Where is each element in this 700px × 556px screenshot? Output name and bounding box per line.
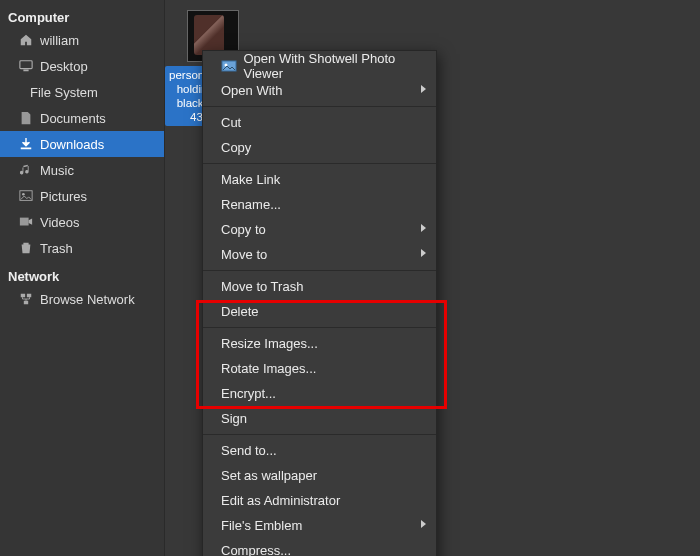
sidebar-item-filesystem[interactable]: File System (0, 79, 164, 105)
sidebar-section-computer: Computer (0, 6, 164, 27)
menu-item-label: Encrypt... (221, 386, 276, 401)
menu-item-label: Rename... (221, 197, 281, 212)
music-icon (18, 162, 34, 178)
menu-separator (203, 163, 436, 164)
svg-point-4 (22, 193, 25, 196)
menu-copy[interactable]: Copy (203, 135, 436, 160)
menu-item-label: Copy (221, 140, 251, 155)
menu-set-wallpaper[interactable]: Set as wallpaper (203, 463, 436, 488)
menu-item-label: Make Link (221, 172, 280, 187)
menu-separator (203, 106, 436, 107)
menu-separator (203, 327, 436, 328)
menu-item-label: Delete (221, 304, 259, 319)
chevron-right-icon (421, 520, 426, 528)
download-icon (18, 136, 34, 152)
sidebar-item-music[interactable]: Music (0, 157, 164, 183)
sidebar-item-label: Pictures (40, 189, 87, 204)
menu-make-link[interactable]: Make Link (203, 167, 436, 192)
menu-delete[interactable]: Delete (203, 299, 436, 324)
svg-rect-2 (21, 148, 32, 150)
sidebar-item-label: Downloads (40, 137, 104, 152)
sidebar-item-label: Videos (40, 215, 80, 230)
menu-item-label: Send to... (221, 443, 277, 458)
menu-rename[interactable]: Rename... (203, 192, 436, 217)
sidebar-item-label: Music (40, 163, 74, 178)
sidebar-section-network: Network (0, 265, 164, 286)
menu-compress[interactable]: Compress... (203, 538, 436, 556)
menu-resize-images[interactable]: Resize Images... (203, 331, 436, 356)
sidebar-item-trash[interactable]: Trash (0, 235, 164, 261)
sidebar-item-videos[interactable]: Videos (0, 209, 164, 235)
home-icon (18, 32, 34, 48)
menu-files-emblem[interactable]: File's Emblem (203, 513, 436, 538)
menu-copy-to[interactable]: Copy to (203, 217, 436, 242)
menu-item-label: File's Emblem (221, 518, 302, 533)
sidebar-item-home[interactable]: william (0, 27, 164, 53)
menu-encrypt[interactable]: Encrypt... (203, 381, 436, 406)
menu-item-label: Resize Images... (221, 336, 318, 351)
sidebar: Computer william Desktop File System Doc… (0, 0, 165, 556)
menu-sign[interactable]: Sign (203, 406, 436, 431)
menu-item-label: Move to (221, 247, 267, 262)
chevron-right-icon (421, 249, 426, 257)
menu-cut[interactable]: Cut (203, 110, 436, 135)
sidebar-item-pictures[interactable]: Pictures (0, 183, 164, 209)
menu-send-to[interactable]: Send to... (203, 438, 436, 463)
trash-icon (18, 240, 34, 256)
sidebar-item-browse-network[interactable]: Browse Network (0, 286, 164, 312)
menu-separator (203, 434, 436, 435)
menu-item-label: Compress... (221, 543, 291, 556)
sidebar-item-documents[interactable]: Documents (0, 105, 164, 131)
pictures-icon (18, 188, 34, 204)
menu-item-label: Rotate Images... (221, 361, 316, 376)
chevron-right-icon (421, 224, 426, 232)
menu-item-label: Move to Trash (221, 279, 303, 294)
sidebar-item-label: Documents (40, 111, 106, 126)
menu-item-label: Open With (221, 83, 282, 98)
desktop-icon (18, 58, 34, 74)
shotwell-icon (221, 58, 237, 74)
context-menu: Open With Shotwell Photo Viewer Open Wit… (202, 50, 437, 556)
document-icon (18, 110, 34, 126)
sidebar-item-label: Browse Network (40, 292, 135, 307)
menu-move-to[interactable]: Move to (203, 242, 436, 267)
menu-item-label: Copy to (221, 222, 266, 237)
menu-open-with[interactable]: Open With (203, 78, 436, 103)
menu-item-label: Edit as Administrator (221, 493, 340, 508)
svg-rect-1 (23, 70, 28, 72)
sidebar-item-label: Desktop (40, 59, 88, 74)
menu-separator (203, 270, 436, 271)
svg-rect-0 (20, 61, 32, 69)
menu-item-label: Sign (221, 411, 247, 426)
sidebar-item-label: File System (30, 85, 98, 100)
sidebar-item-label: Trash (40, 241, 73, 256)
svg-rect-8 (24, 301, 28, 305)
menu-move-to-trash[interactable]: Move to Trash (203, 274, 436, 299)
menu-item-label: Set as wallpaper (221, 468, 317, 483)
menu-item-label: Open With Shotwell Photo Viewer (243, 51, 422, 81)
sidebar-item-downloads[interactable]: Downloads (0, 131, 164, 157)
menu-edit-admin[interactable]: Edit as Administrator (203, 488, 436, 513)
sidebar-item-desktop[interactable]: Desktop (0, 53, 164, 79)
sidebar-item-label: william (40, 33, 79, 48)
menu-item-label: Cut (221, 115, 241, 130)
menu-rotate-images[interactable]: Rotate Images... (203, 356, 436, 381)
network-icon (18, 291, 34, 307)
svg-rect-6 (21, 294, 25, 298)
menu-open-with-shotwell[interactable]: Open With Shotwell Photo Viewer (203, 53, 436, 78)
video-icon (18, 214, 34, 230)
svg-rect-7 (27, 294, 31, 298)
chevron-right-icon (421, 85, 426, 93)
svg-rect-5 (20, 218, 29, 226)
